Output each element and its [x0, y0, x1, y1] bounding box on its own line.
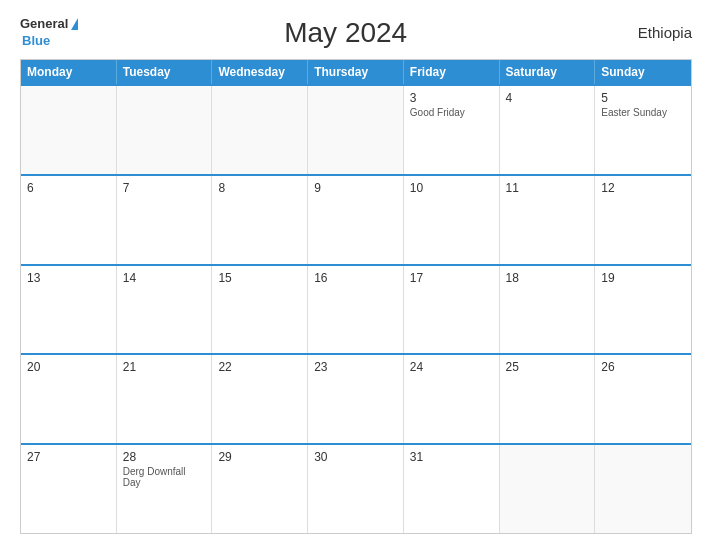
day-number: 29 [218, 450, 301, 464]
day-number: 20 [27, 360, 110, 374]
cal-cell: 25 [500, 355, 596, 443]
cal-cell: 8 [212, 176, 308, 264]
day-number: 8 [218, 181, 301, 195]
day-number: 18 [506, 271, 589, 285]
month-title: May 2024 [79, 17, 612, 49]
cal-cell: 29 [212, 445, 308, 533]
holiday-label: Easter Sunday [601, 107, 685, 118]
cal-cell [308, 86, 404, 174]
cal-cell [21, 86, 117, 174]
cal-cell: 9 [308, 176, 404, 264]
weekday-wednesday: Wednesday [212, 60, 308, 84]
logo-triangle-icon [71, 18, 78, 30]
day-number: 26 [601, 360, 685, 374]
cal-cell: 22 [212, 355, 308, 443]
cal-cell [500, 445, 596, 533]
day-number: 23 [314, 360, 397, 374]
logo: General Blue [20, 16, 79, 49]
day-number: 25 [506, 360, 589, 374]
day-number: 13 [27, 271, 110, 285]
day-number: 15 [218, 271, 301, 285]
calendar-body: 3 Good Friday 4 5 Easter Sunday 6 7 [21, 84, 691, 533]
cal-cell: 6 [21, 176, 117, 264]
day-number: 11 [506, 181, 589, 195]
day-number: 24 [410, 360, 493, 374]
holiday-label: Derg Downfall Day [123, 466, 206, 488]
cal-cell: 18 [500, 266, 596, 354]
calendar-header: Monday Tuesday Wednesday Thursday Friday… [21, 60, 691, 84]
day-number: 19 [601, 271, 685, 285]
logo-blue: Blue [22, 33, 50, 48]
cal-cell: 4 [500, 86, 596, 174]
day-number: 31 [410, 450, 493, 464]
cal-cell: 7 [117, 176, 213, 264]
header: General Blue May 2024 Ethiopia [20, 16, 692, 49]
weekday-saturday: Saturday [500, 60, 596, 84]
cal-cell: 5 Easter Sunday [595, 86, 691, 174]
day-number: 30 [314, 450, 397, 464]
cal-cell: 31 [404, 445, 500, 533]
cal-cell: 19 [595, 266, 691, 354]
cal-cell: 13 [21, 266, 117, 354]
day-number: 28 [123, 450, 206, 464]
day-number: 22 [218, 360, 301, 374]
cal-cell: 3 Good Friday [404, 86, 500, 174]
weekday-monday: Monday [21, 60, 117, 84]
week-row-1: 3 Good Friday 4 5 Easter Sunday [21, 84, 691, 174]
cal-cell: 21 [117, 355, 213, 443]
day-number: 6 [27, 181, 110, 195]
page: General Blue May 2024 Ethiopia Monday Tu… [0, 0, 712, 550]
cal-cell: 27 [21, 445, 117, 533]
week-row-3: 13 14 15 16 17 18 19 [21, 264, 691, 354]
cal-cell: 16 [308, 266, 404, 354]
cal-cell: 15 [212, 266, 308, 354]
cal-cell: 11 [500, 176, 596, 264]
cal-cell [212, 86, 308, 174]
cal-cell: 12 [595, 176, 691, 264]
day-number: 4 [506, 91, 589, 105]
day-number: 12 [601, 181, 685, 195]
cal-cell: 23 [308, 355, 404, 443]
day-number: 21 [123, 360, 206, 374]
cal-cell: 28 Derg Downfall Day [117, 445, 213, 533]
cal-cell: 14 [117, 266, 213, 354]
week-row-4: 20 21 22 23 24 25 26 [21, 353, 691, 443]
cal-cell [117, 86, 213, 174]
day-number: 14 [123, 271, 206, 285]
day-number: 7 [123, 181, 206, 195]
cal-cell [595, 445, 691, 533]
logo-general: General [20, 16, 68, 31]
day-number: 16 [314, 271, 397, 285]
cal-cell: 10 [404, 176, 500, 264]
holiday-label: Good Friday [410, 107, 493, 118]
day-number: 3 [410, 91, 493, 105]
country-label: Ethiopia [612, 24, 692, 41]
weekday-sunday: Sunday [595, 60, 691, 84]
week-row-2: 6 7 8 9 10 11 12 [21, 174, 691, 264]
weekday-tuesday: Tuesday [117, 60, 213, 84]
cal-cell: 26 [595, 355, 691, 443]
day-number: 5 [601, 91, 685, 105]
day-number: 27 [27, 450, 110, 464]
weekday-friday: Friday [404, 60, 500, 84]
weekday-thursday: Thursday [308, 60, 404, 84]
cal-cell: 20 [21, 355, 117, 443]
day-number: 10 [410, 181, 493, 195]
calendar: Monday Tuesday Wednesday Thursday Friday… [20, 59, 692, 534]
day-number: 9 [314, 181, 397, 195]
week-row-5: 27 28 Derg Downfall Day 29 30 31 [21, 443, 691, 533]
cal-cell: 24 [404, 355, 500, 443]
cal-cell: 17 [404, 266, 500, 354]
day-number: 17 [410, 271, 493, 285]
cal-cell: 30 [308, 445, 404, 533]
